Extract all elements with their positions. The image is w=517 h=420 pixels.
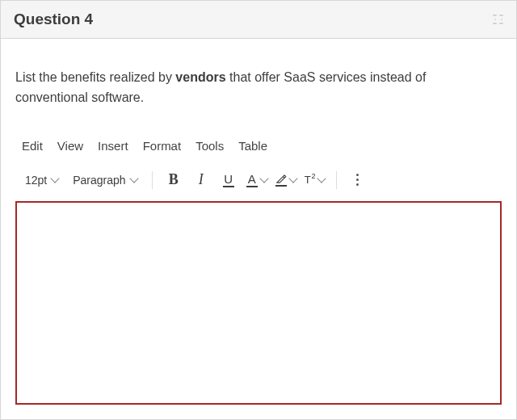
highlight-color-button[interactable]	[274, 169, 298, 191]
menu-table[interactable]: Table	[238, 139, 267, 153]
prompt-text-bold: vendors	[175, 70, 225, 84]
bold-icon: B	[169, 171, 179, 188]
chevron-down-icon	[288, 174, 297, 183]
chevron-down-icon	[51, 174, 60, 183]
block-format-dropdown[interactable]: Paragraph	[68, 170, 141, 190]
kebab-icon	[356, 174, 359, 186]
menu-view[interactable]: View	[57, 139, 83, 153]
chevron-down-icon	[129, 174, 138, 183]
highlight-icon	[275, 174, 287, 187]
card-body: List the benefits realized by vendors th…	[1, 39, 516, 419]
card-header: Question 4	[1, 1, 516, 39]
italic-button[interactable]: I	[190, 169, 212, 191]
more-options-button[interactable]	[347, 169, 369, 191]
text-color-button[interactable]: A	[245, 169, 269, 191]
answer-editor[interactable]	[15, 201, 502, 405]
menu-format[interactable]: Format	[143, 139, 182, 153]
font-size-label: 12pt	[25, 174, 47, 187]
font-size-dropdown[interactable]: 12pt	[20, 170, 63, 190]
superscript-button[interactable]: T2	[303, 169, 326, 191]
prompt-text-pre: List the benefits realized by	[15, 70, 175, 84]
toolbar-divider	[336, 171, 337, 189]
menu-insert[interactable]: Insert	[98, 139, 128, 153]
underline-button[interactable]: U	[217, 169, 240, 191]
question-title: Question 4	[14, 10, 93, 28]
editor-toolbar: 12pt Paragraph B I U	[15, 164, 502, 196]
text-color-icon: A	[246, 173, 258, 187]
italic-icon: I	[199, 171, 204, 188]
block-format-label: Paragraph	[73, 174, 125, 187]
chevron-down-icon	[317, 174, 326, 183]
toolbar-divider	[152, 171, 153, 189]
question-prompt: List the benefits realized by vendors th…	[15, 68, 502, 108]
menu-tools[interactable]: Tools	[195, 139, 224, 153]
bold-button[interactable]: B	[162, 169, 185, 191]
editor-menubar: Edit View Insert Format Tools Table	[15, 139, 502, 164]
question-card: Question 4 List the benefits realized by…	[0, 0, 517, 420]
drag-handle-icon[interactable]	[493, 15, 503, 24]
chevron-down-icon	[259, 174, 268, 183]
menu-edit[interactable]: Edit	[22, 139, 43, 153]
superscript-icon: T2	[305, 174, 315, 186]
underline-icon: U	[223, 173, 234, 187]
